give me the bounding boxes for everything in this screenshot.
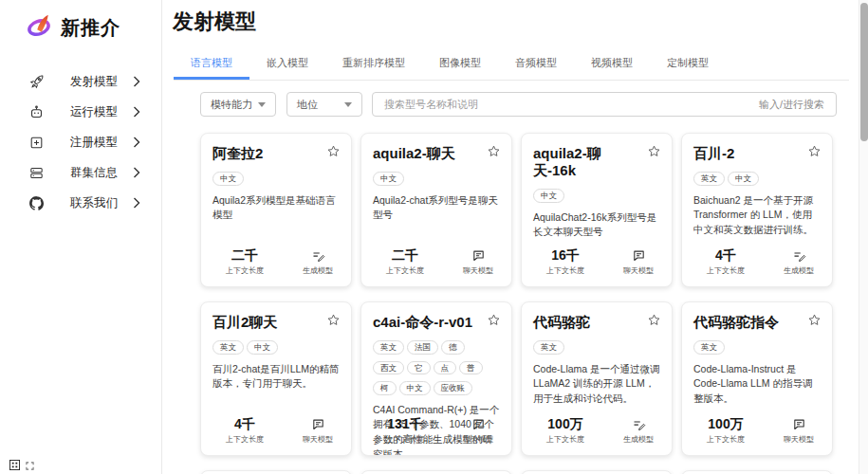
model-card[interactable]: 阿奎拉2 中文 Aquila2系列模型是基础语言模型 二千 上下文长度 生成模型 (200, 133, 352, 287)
model-card[interactable]: 代码骆驼指令 英文 Code-Llama-Instruct 是 Code-Lla… (681, 301, 833, 456)
model-ability-select[interactable]: 模特能力 (200, 92, 276, 117)
context-length-label: 上下文长度 (546, 434, 584, 445)
language-tag: 英文 (373, 340, 404, 355)
context-length-value: 100万 (546, 417, 584, 431)
context-length-metric: 100万 上下文长度 (707, 417, 745, 445)
fullscreen-icon[interactable] (26, 462, 34, 470)
language-tag: 英文 (693, 172, 725, 186)
context-length-metric: 100万 上下文长度 (546, 417, 584, 445)
card-footer: 二千 上下文长度 聊天模型 (373, 248, 500, 276)
scrollbar-thumb[interactable] (860, 3, 868, 141)
corner-widgets (9, 460, 34, 470)
context-length-label: 上下文长度 (386, 265, 424, 276)
model-card[interactable]: 百川2聊天 英文中文 百川2-chat是百川LLM的精简版本，专门用于聊天。 4… (200, 301, 352, 456)
chevron-right-icon (133, 106, 140, 118)
sidebar-item-register-model[interactable]: 注册模型 (0, 127, 161, 157)
app-window: 新推介 发射模型 (0, 0, 868, 474)
sidebar-item-label: 发射模型 (70, 74, 133, 90)
tab-audio-models[interactable]: 音频模型 (498, 47, 574, 80)
status-select[interactable]: 地位 (286, 92, 362, 117)
model-type-label: 聊天模型 (623, 265, 654, 276)
card-footer: 100万 上下文长度 生成模型 (533, 417, 660, 445)
card-tags: 英文中文 (212, 337, 340, 358)
card-tags: 中文 (533, 186, 660, 207)
sidebar-item-launch-model[interactable]: 发射模型 (0, 66, 161, 97)
star-icon[interactable] (647, 144, 661, 158)
model-card-description: 百川2-chat是百川LLM的精简版本，专门用于聊天。 (212, 362, 340, 392)
context-length-metric: 131千 上下文长度 (386, 417, 424, 445)
card-tags: 英文法国德西文它点普柯中文应收账 (373, 337, 500, 399)
context-length-value: 4千 (707, 248, 745, 263)
sidebar: 新推介 发射模型 (0, 0, 162, 474)
sidebar-item-cluster-info[interactable]: 群集信息 (0, 157, 161, 188)
language-tag: 中文 (728, 172, 759, 186)
card-tags: 中文 (373, 169, 500, 190)
model-card-grid: 阿奎拉2 中文 Aquila2系列模型是基础语言模型 二千 上下文长度 生成模型… (200, 133, 833, 456)
language-tag: 点 (434, 361, 457, 375)
context-length-label: 上下文长度 (707, 265, 745, 276)
qr-grid-icon[interactable] (9, 460, 20, 470)
scrollbar[interactable] (859, 0, 868, 474)
model-type-metric: 聊天模型 (463, 248, 493, 276)
card-tags: 英文 (533, 337, 660, 358)
language-tag: 柯 (373, 381, 397, 395)
chevron-right-icon (133, 167, 140, 178)
model-card-title: c4ai-命令-r-v01 (373, 314, 500, 331)
model-card-description: Aquila2-chat系列型号是聊天型号 (373, 193, 500, 224)
model-card[interactable]: aquila2-聊天 中文 Aquila2-chat系列型号是聊天型号 二千 上… (360, 133, 512, 287)
model-card[interactable]: 代码骆驼 英文 Code-Llama 是一个通过微调 LLaMA2 训练的开源 … (521, 301, 673, 456)
language-tag: 中文 (212, 172, 244, 186)
generate-model-icon (784, 248, 814, 263)
star-icon[interactable] (807, 144, 822, 158)
language-tag: 德 (441, 340, 465, 355)
sidebar-item-running-models[interactable]: 运行模型 (0, 97, 161, 127)
next-row-partial (200, 470, 833, 474)
status-select-label: 地位 (297, 98, 318, 112)
star-icon[interactable] (807, 313, 822, 327)
model-type-metric: 聊天模型 (463, 417, 493, 445)
chevron-right-icon (133, 76, 140, 87)
sidebar-item-contact-us[interactable]: 联系我们 (0, 188, 161, 218)
tab-video-models[interactable]: 视频模型 (574, 47, 650, 80)
card-tags: 英文中文 (693, 169, 821, 190)
search-input[interactable] (384, 99, 759, 110)
sidebar-item-label: 注册模型 (70, 135, 133, 151)
model-card-partial[interactable] (681, 470, 833, 474)
context-length-metric: 16千 上下文长度 (546, 248, 584, 276)
logo[interactable]: 新推介 (26, 12, 120, 43)
star-icon[interactable] (647, 313, 661, 327)
model-card-partial[interactable] (360, 470, 512, 474)
tab-image-models[interactable]: 图像模型 (422, 47, 498, 80)
search-hint: 输入/进行搜索 (759, 98, 824, 112)
model-card[interactable]: 百川-2 英文中文 Baichuan2 是一个基于开源 Transformer … (681, 133, 833, 287)
star-icon[interactable] (487, 144, 501, 158)
tab-rerank-models[interactable]: 重新排序模型 (325, 47, 422, 80)
plus-square-icon (28, 135, 45, 151)
chat-bubble-icon (623, 248, 654, 263)
model-type-label: 聊天模型 (463, 265, 493, 276)
language-tag: 英文 (693, 340, 725, 355)
model-type-metric: 生成模型 (303, 248, 333, 276)
language-tag: 法国 (407, 340, 438, 355)
model-card-partial[interactable] (521, 470, 673, 474)
context-length-metric: 二千 上下文长度 (226, 248, 264, 276)
chevron-right-icon (133, 197, 140, 209)
model-card-description: Code-Llama 是一个通过微调 LLaMA2 训练的开源 LLM，用于生成… (533, 362, 660, 407)
tab-embedding-models[interactable]: 嵌入模型 (249, 47, 325, 80)
generate-model-icon (623, 417, 654, 431)
model-card[interactable]: c4ai-命令-r-v01 英文法国德西文它点普柯中文应收账 C4AI Comm… (360, 301, 512, 456)
card-footer: 4千 上下文长度 生成模型 (693, 248, 821, 276)
tab-language-models[interactable]: 语言模型 (174, 47, 249, 80)
tab-custom-models[interactable]: 定制模型 (650, 47, 726, 80)
model-type-label: 生成模型 (784, 265, 814, 276)
logo-text: 新推介 (61, 15, 120, 41)
star-icon[interactable] (326, 313, 341, 327)
model-card[interactable]: aquila2-聊天-16k 中文 AquilaChat2-16k系列型号是长文… (521, 133, 673, 287)
language-tag: 普 (459, 361, 483, 375)
server-icon (28, 165, 45, 181)
star-icon[interactable] (487, 313, 501, 327)
language-tag: 中文 (247, 340, 278, 355)
star-icon[interactable] (326, 144, 341, 158)
model-card-partial[interactable] (200, 470, 352, 474)
card-tags: 英文 (693, 337, 821, 358)
